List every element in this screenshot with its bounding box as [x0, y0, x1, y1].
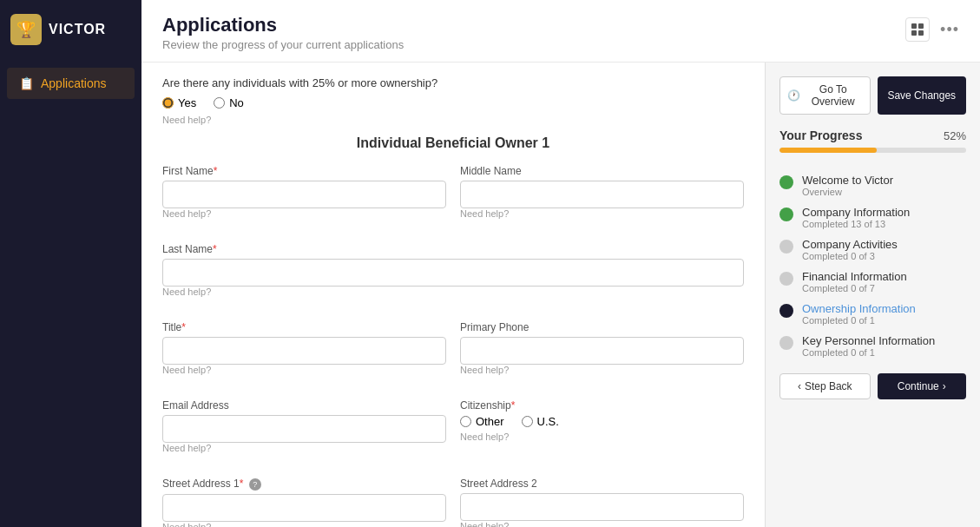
panel-nav: ‹ Step Back Continue › — [779, 373, 966, 399]
no-radio-label[interactable]: No — [214, 96, 244, 109]
chevron-right-icon: › — [943, 380, 946, 392]
save-changes-button[interactable]: Save Changes — [878, 76, 967, 115]
middle-name-help: Need help? — [460, 208, 744, 219]
progress-item-welcome-name: Welcome to Victor — [802, 174, 893, 187]
first-name-label: First Name* — [162, 165, 446, 177]
middle-name-group: Middle Name Need help? — [460, 165, 744, 229]
citizenship-us-radio[interactable] — [522, 416, 533, 427]
no-radio[interactable] — [214, 97, 225, 109]
progress-item-key-personnel-sub: Completed 0 of 1 — [802, 347, 935, 358]
email-help: Need help? — [162, 443, 446, 453]
first-name-group: First Name* Need help? — [162, 165, 446, 229]
middle-name-input[interactable] — [460, 181, 744, 208]
yes-radio[interactable] — [162, 97, 174, 109]
street1-input[interactable] — [162, 494, 446, 522]
street2-group: Street Address 2 Need help? — [460, 478, 744, 527]
street2-input[interactable] — [460, 493, 744, 521]
yes-radio-label[interactable]: Yes — [162, 96, 196, 109]
progress-item-financial-info: Financial Information Completed 0 of 7 — [779, 270, 966, 293]
progress-item-company-activities-name: Company Activities — [802, 238, 898, 251]
step-back-button[interactable]: ‹ Step Back — [779, 373, 871, 399]
svg-rect-2 — [911, 30, 917, 36]
primary-phone-label: Primary Phone — [460, 321, 744, 333]
sidebar: 🏆 VICTOR 📋 Applications — [0, 0, 141, 527]
progress-item-financial-info-sub: Completed 0 of 7 — [802, 283, 907, 293]
header-left: Applications Review the progress of your… — [162, 14, 404, 51]
middle-name-label: Middle Name — [460, 165, 744, 177]
street2-help: Need help? — [460, 521, 744, 527]
page-title: Applications — [162, 14, 404, 36]
ownership-need-help: Need help? — [162, 115, 744, 125]
main-content: Applications Review the progress of your… — [141, 0, 980, 527]
title-input[interactable] — [162, 337, 446, 365]
logo-text: VICTOR — [49, 22, 106, 37]
last-name-group: Last Name* Need help? — [162, 243, 744, 307]
citizenship-other-radio[interactable] — [460, 416, 471, 427]
progress-item-financial-info-name: Financial Information — [802, 270, 907, 283]
progress-dot-welcome — [779, 175, 793, 189]
citizenship-options: Other U.S. — [460, 415, 744, 428]
progress-dot-company-info — [779, 208, 793, 221]
right-panel: 🕐 Go To Overview Save Changes Your Progr… — [765, 63, 980, 527]
ownership-question: Are there any individuals with 25% or mo… — [162, 76, 744, 89]
primary-phone-input[interactable] — [460, 337, 744, 365]
first-name-input[interactable] — [162, 181, 446, 208]
progress-item-key-personnel-name: Key Personnel Information — [802, 334, 935, 347]
chevron-left-icon: ‹ — [798, 380, 801, 392]
citizenship-us-label[interactable]: U.S. — [522, 415, 559, 428]
go-to-overview-button[interactable]: 🕐 Go To Overview — [779, 76, 871, 115]
progress-item-ownership-info-name: Ownership Information — [802, 302, 916, 315]
email-input[interactable] — [162, 415, 446, 443]
progress-item-company-info: Company Information Completed 13 of 13 — [779, 206, 966, 229]
citizenship-help: Need help? — [460, 431, 744, 442]
citizenship-label: Citizenship* — [460, 399, 744, 412]
progress-bar-fill — [779, 148, 877, 153]
progress-item-company-activities-sub: Completed 0 of 3 — [802, 251, 898, 261]
sidebar-nav: 📋 Applications — [0, 59, 141, 108]
progress-dot-key-personnel — [779, 336, 793, 350]
last-name-input[interactable] — [162, 259, 744, 287]
progress-section: Your Progress 52% — [779, 128, 966, 163]
section-title: Individual Beneficial Owner 1 — [162, 135, 744, 151]
ownership-radio-group: Yes No — [162, 96, 744, 109]
progress-item-ownership-info-sub: Completed 0 of 1 — [802, 315, 916, 326]
sidebar-logo: 🏆 VICTOR — [0, 0, 141, 59]
email-citizenship-row: Email Address Need help? Citizenship* Ot… — [162, 399, 744, 474]
progress-item-welcome: Welcome to Victor Overview — [779, 174, 966, 197]
form-area: Are there any individuals with 25% or mo… — [141, 63, 765, 527]
progress-item-company-activities: Company Activities Completed 0 of 3 — [779, 238, 966, 261]
citizenship-other-label[interactable]: Other — [460, 415, 504, 428]
street-row: Street Address 1* ? Need help? Street Ad… — [162, 478, 744, 527]
more-options-icon[interactable]: ••• — [940, 21, 959, 39]
street1-group: Street Address 1* ? Need help? — [162, 478, 446, 527]
progress-title: Your Progress — [779, 128, 862, 142]
header-right: ••• — [905, 17, 959, 42]
progress-dot-ownership-info — [779, 304, 793, 318]
title-label: Title* — [162, 321, 446, 333]
continue-button[interactable]: Continue › — [878, 373, 967, 399]
clock-icon: 🕐 — [787, 89, 800, 102]
progress-item-ownership-info: Ownership Information Completed 0 of 1 — [779, 302, 966, 326]
progress-percentage: 52% — [944, 129, 966, 142]
progress-bar-background — [779, 148, 966, 153]
grid-icon[interactable] — [905, 17, 930, 42]
sidebar-item-applications[interactable]: 📋 Applications — [7, 68, 135, 99]
street1-help-icon[interactable]: ? — [249, 478, 261, 491]
page-subtitle: Review the progress of your current appl… — [162, 38, 404, 51]
first-name-help: Need help? — [162, 208, 446, 219]
street2-label: Street Address 2 — [460, 478, 744, 490]
svg-rect-1 — [918, 23, 924, 29]
sidebar-item-label: Applications — [41, 76, 107, 90]
progress-header: Your Progress 52% — [779, 128, 966, 142]
svg-rect-0 — [911, 23, 917, 29]
progress-item-welcome-sub: Overview — [802, 187, 893, 197]
progress-item-company-info-name: Company Information — [802, 206, 910, 219]
citizenship-group: Citizenship* Other U.S. Need help? — [460, 399, 744, 464]
applications-icon: 📋 — [19, 76, 34, 90]
last-name-label: Last Name* — [162, 243, 744, 255]
primary-phone-group: Primary Phone Need help? — [460, 321, 744, 385]
logo-icon: 🏆 — [10, 14, 42, 45]
email-group: Email Address Need help? — [162, 399, 446, 464]
name-row-1: First Name* Need help? Middle Name Need … — [162, 165, 744, 240]
header: Applications Review the progress of your… — [141, 0, 980, 63]
